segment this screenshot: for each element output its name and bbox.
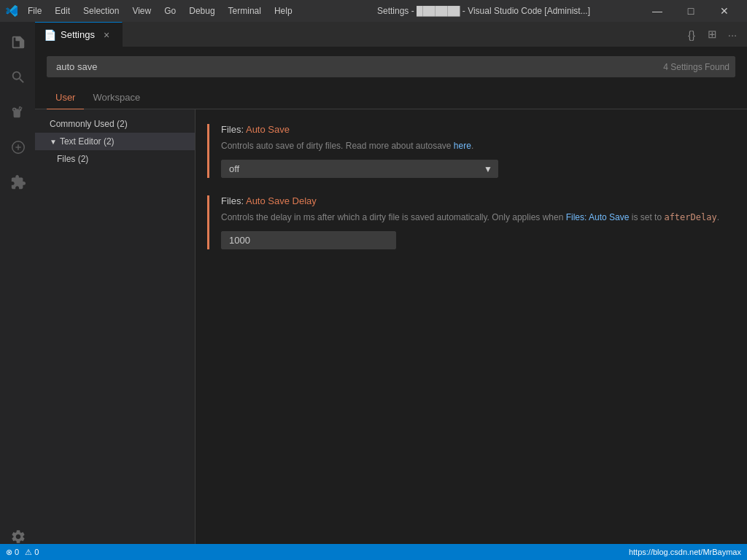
status-warnings[interactable]: ⚠ 0 bbox=[25, 548, 39, 557]
settings-panel: Files: Auto Save Controls auto save of d… bbox=[196, 109, 747, 560]
menu-bar: File Edit Selection View Go Debug Termin… bbox=[22, 4, 327, 18]
setting-delay-files-link[interactable]: Files: Auto Save bbox=[566, 212, 630, 222]
tab-bar: 📄 Settings × {} ⊞ ··· bbox=[35, 22, 747, 47]
debug-icon bbox=[10, 139, 26, 155]
menu-help[interactable]: Help bbox=[268, 4, 298, 18]
setting-auto-save-desc-text: Controls auto save of dirty files. Read … bbox=[221, 141, 454, 151]
vscode-logo bbox=[6, 5, 18, 17]
search-input[interactable] bbox=[47, 56, 735, 77]
menu-file[interactable]: File bbox=[22, 4, 47, 18]
setting-auto-save-here-link[interactable]: here bbox=[454, 141, 471, 151]
search-bar: 4 Settings Found bbox=[35, 47, 747, 86]
files-icon bbox=[10, 34, 26, 50]
minimize-button[interactable]: — bbox=[640, 0, 674, 22]
settings-wrapper: 4 Settings Found User Workspace Commonly… bbox=[35, 47, 747, 560]
menu-edit[interactable]: Edit bbox=[49, 4, 76, 18]
auto-save-select-wrapper: off afterDelay onFocusChange onWindowCha… bbox=[221, 160, 498, 178]
settings-tab[interactable]: 📄 Settings × bbox=[35, 22, 123, 47]
menu-view[interactable]: View bbox=[126, 4, 157, 18]
activity-explorer-icon[interactable] bbox=[0, 25, 35, 60]
tab-actions: {} ⊞ ··· bbox=[677, 22, 747, 47]
activity-extensions-icon[interactable] bbox=[0, 165, 35, 200]
source-control-icon bbox=[10, 104, 26, 120]
settings-nav-tabs: User Workspace bbox=[35, 86, 747, 109]
setting-auto-save-delay-description: Controls the delay in ms after which a d… bbox=[221, 211, 735, 224]
setting-auto-save-delay-link[interactable]: Auto Save Delay bbox=[246, 195, 317, 206]
activity-debug-icon[interactable] bbox=[0, 130, 35, 165]
status-url: https://blog.csdn.net/MrBaymax bbox=[629, 548, 741, 556]
setting-auto-save-delay-title: Files: Auto Save Delay bbox=[221, 195, 735, 206]
editor-area: 📄 Settings × {} ⊞ ··· 4 Settings Found bbox=[35, 22, 747, 560]
setting-auto-save-delay-prefix: Files: bbox=[221, 195, 246, 206]
auto-save-select[interactable]: off afterDelay onFocusChange onWindowCha… bbox=[221, 160, 498, 178]
status-bar: ⊗ 0 ⚠ 0 https://blog.csdn.net/MrBaymax bbox=[0, 544, 747, 560]
title-bar: File Edit Selection View Go Debug Termin… bbox=[0, 0, 747, 22]
setting-delay-desc-part1: Controls the delay in ms after which a d… bbox=[221, 212, 566, 222]
open-settings-json-button[interactable]: {} bbox=[683, 26, 700, 43]
search-input-wrapper: 4 Settings Found bbox=[47, 56, 735, 77]
setting-auto-save-link[interactable]: Auto Save bbox=[246, 124, 290, 135]
menu-terminal[interactable]: Terminal bbox=[222, 4, 267, 18]
setting-delay-desc-part2: is set to bbox=[629, 212, 664, 222]
sidebar-label-text-editor: Text Editor (2) bbox=[60, 136, 115, 147]
maximize-button[interactable]: □ bbox=[674, 0, 708, 22]
menu-selection[interactable]: Selection bbox=[77, 4, 125, 18]
status-errors[interactable]: ⊗ 0 bbox=[6, 548, 19, 557]
app-layout: 📄 Settings × {} ⊞ ··· 4 Settings Found bbox=[0, 22, 747, 560]
sidebar-item-text-editor[interactable]: ▼Text Editor (2) bbox=[35, 133, 195, 150]
tab-workspace[interactable]: Workspace bbox=[84, 86, 149, 109]
setting-auto-save-description: Controls auto save of dirty files. Read … bbox=[221, 139, 735, 152]
menu-go[interactable]: Go bbox=[158, 4, 182, 18]
settings-tab-icon: 📄 bbox=[44, 29, 56, 41]
search-icon bbox=[10, 69, 26, 85]
extensions-icon bbox=[10, 174, 26, 190]
more-actions-button[interactable]: ··· bbox=[724, 26, 741, 43]
search-results-count: 4 Settings Found bbox=[663, 62, 729, 72]
settings-main: Commonly Used (2) ▼Text Editor (2) Files… bbox=[35, 109, 747, 560]
sidebar-item-commonly-used[interactable]: Commonly Used (2) bbox=[35, 115, 195, 133]
setting-delay-desc-part3: . bbox=[717, 212, 719, 222]
setting-auto-save: Files: Auto Save Controls auto save of d… bbox=[207, 124, 735, 178]
status-bar-left: ⊗ 0 ⚠ 0 bbox=[6, 548, 39, 557]
sidebar-arrow-text-editor: ▼ bbox=[50, 138, 57, 146]
sidebar-label-files: Files (2) bbox=[57, 154, 88, 164]
sidebar-label-commonly-used: Commonly Used (2) bbox=[50, 119, 128, 129]
menu-debug[interactable]: Debug bbox=[183, 4, 220, 18]
setting-auto-save-desc-suffix: . bbox=[471, 141, 473, 151]
sidebar-item-files[interactable]: Files (2) bbox=[35, 150, 195, 168]
activity-bar bbox=[0, 22, 35, 560]
setting-auto-save-prefix: Files: bbox=[221, 124, 246, 135]
window-controls: — □ ✕ bbox=[640, 0, 741, 22]
settings-tab-close[interactable]: × bbox=[100, 28, 113, 42]
setting-delay-code: afterDelay bbox=[664, 212, 716, 222]
settings-tab-label: Settings bbox=[61, 29, 95, 40]
window-title: Settings - ███████ - Visual Studio Code … bbox=[331, 6, 636, 16]
tab-user[interactable]: User bbox=[47, 86, 84, 109]
settings-sidebar: Commonly Used (2) ▼Text Editor (2) Files… bbox=[35, 109, 196, 560]
close-button[interactable]: ✕ bbox=[708, 0, 741, 22]
setting-auto-save-delay: Files: Auto Save Delay Controls the dela… bbox=[207, 195, 735, 249]
split-editor-button[interactable]: ⊞ bbox=[703, 26, 721, 43]
status-bar-right: https://blog.csdn.net/MrBaymax bbox=[629, 548, 741, 556]
setting-auto-save-title: Files: Auto Save bbox=[221, 124, 735, 135]
auto-save-delay-input[interactable] bbox=[221, 231, 396, 249]
gear-icon bbox=[10, 529, 26, 545]
activity-source-control-icon[interactable] bbox=[0, 95, 35, 130]
activity-search-icon[interactable] bbox=[0, 60, 35, 95]
